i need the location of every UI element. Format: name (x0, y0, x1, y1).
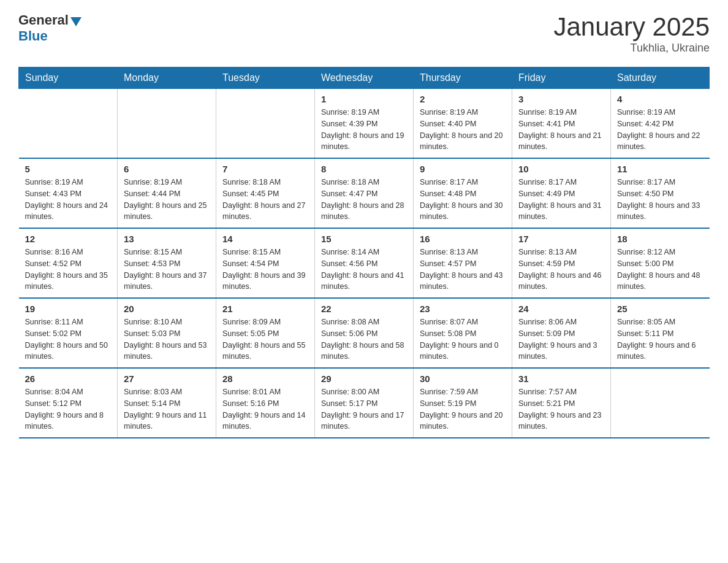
day-number: 16 (420, 234, 506, 244)
calendar-title: January 2025 (553, 12, 710, 42)
day-number: 13 (124, 234, 210, 244)
day-number: 25 (617, 304, 703, 314)
day-info: Sunrise: 8:05 AM Sunset: 5:11 PM Dayligh… (617, 316, 703, 362)
day-number: 1 (321, 94, 407, 104)
calendar-cell: 11Sunrise: 8:17 AM Sunset: 4:50 PM Dayli… (611, 158, 710, 228)
day-info: Sunrise: 8:04 AM Sunset: 5:12 PM Dayligh… (25, 386, 112, 432)
calendar-cell: 9Sunrise: 8:17 AM Sunset: 4:48 PM Daylig… (414, 158, 512, 228)
title-block: January 2025 Tukhlia, Ukraine (553, 12, 710, 55)
logo-triangle-icon (70, 17, 82, 26)
day-info: Sunrise: 8:09 AM Sunset: 5:05 PM Dayligh… (222, 316, 308, 362)
day-number: 26 (25, 373, 112, 384)
header-sunday: Sunday (19, 67, 118, 89)
day-info: Sunrise: 8:19 AM Sunset: 4:40 PM Dayligh… (420, 107, 506, 153)
day-info: Sunrise: 8:19 AM Sunset: 4:44 PM Dayligh… (124, 177, 210, 223)
calendar-cell: 24Sunrise: 8:06 AM Sunset: 5:09 PM Dayli… (512, 298, 611, 368)
day-number: 6 (124, 164, 210, 174)
calendar-cell: 13Sunrise: 8:15 AM Sunset: 4:53 PM Dayli… (118, 228, 216, 298)
calendar-cell (118, 89, 216, 159)
calendar-cell: 30Sunrise: 7:59 AM Sunset: 5:19 PM Dayli… (414, 368, 512, 438)
day-number: 7 (222, 164, 308, 174)
calendar-cell: 1Sunrise: 8:19 AM Sunset: 4:39 PM Daylig… (315, 89, 414, 159)
header-monday: Monday (118, 67, 216, 89)
calendar-cell: 4Sunrise: 8:19 AM Sunset: 4:42 PM Daylig… (611, 89, 710, 159)
day-info: Sunrise: 7:57 AM Sunset: 5:21 PM Dayligh… (518, 386, 604, 432)
day-number: 15 (321, 234, 407, 244)
day-info: Sunrise: 8:06 AM Sunset: 5:09 PM Dayligh… (518, 316, 604, 362)
day-number: 5 (25, 164, 112, 174)
calendar-header-row: SundayMondayTuesdayWednesdayThursdayFrid… (19, 67, 710, 89)
calendar-cell: 14Sunrise: 8:15 AM Sunset: 4:54 PM Dayli… (216, 228, 315, 298)
calendar-cell: 16Sunrise: 8:13 AM Sunset: 4:57 PM Dayli… (414, 228, 512, 298)
calendar-cell: 18Sunrise: 8:12 AM Sunset: 5:00 PM Dayli… (611, 228, 710, 298)
day-info: Sunrise: 8:16 AM Sunset: 4:52 PM Dayligh… (25, 247, 112, 293)
calendar-cell: 5Sunrise: 8:19 AM Sunset: 4:43 PM Daylig… (19, 158, 118, 228)
day-number: 8 (321, 164, 407, 174)
header-thursday: Thursday (414, 67, 512, 89)
day-number: 18 (617, 234, 703, 244)
day-number: 22 (321, 304, 407, 314)
day-info: Sunrise: 8:15 AM Sunset: 4:54 PM Dayligh… (222, 247, 308, 293)
day-info: Sunrise: 8:12 AM Sunset: 5:00 PM Dayligh… (617, 247, 703, 293)
week-row-3: 12Sunrise: 8:16 AM Sunset: 4:52 PM Dayli… (19, 228, 710, 298)
header-friday: Friday (512, 67, 611, 89)
calendar-cell: 23Sunrise: 8:07 AM Sunset: 5:08 PM Dayli… (414, 298, 512, 368)
day-info: Sunrise: 8:18 AM Sunset: 4:47 PM Dayligh… (321, 177, 407, 223)
calendar-cell: 10Sunrise: 8:17 AM Sunset: 4:49 PM Dayli… (512, 158, 611, 228)
calendar-cell: 19Sunrise: 8:11 AM Sunset: 5:02 PM Dayli… (19, 298, 118, 368)
day-info: Sunrise: 8:03 AM Sunset: 5:14 PM Dayligh… (124, 386, 210, 432)
calendar-cell: 21Sunrise: 8:09 AM Sunset: 5:05 PM Dayli… (216, 298, 315, 368)
day-info: Sunrise: 8:14 AM Sunset: 4:56 PM Dayligh… (321, 247, 407, 293)
day-info: Sunrise: 7:59 AM Sunset: 5:19 PM Dayligh… (420, 386, 506, 432)
calendar-cell: 6Sunrise: 8:19 AM Sunset: 4:44 PM Daylig… (118, 158, 216, 228)
day-info: Sunrise: 8:18 AM Sunset: 4:45 PM Dayligh… (222, 177, 308, 223)
day-number: 2 (420, 94, 506, 104)
calendar-cell: 26Sunrise: 8:04 AM Sunset: 5:12 PM Dayli… (19, 368, 118, 438)
calendar-cell: 15Sunrise: 8:14 AM Sunset: 4:56 PM Dayli… (315, 228, 414, 298)
day-number: 28 (222, 373, 308, 384)
calendar-cell: 28Sunrise: 8:01 AM Sunset: 5:16 PM Dayli… (216, 368, 315, 438)
day-number: 27 (124, 373, 210, 384)
day-number: 4 (617, 94, 703, 104)
day-number: 10 (518, 164, 604, 174)
day-info: Sunrise: 8:17 AM Sunset: 4:49 PM Dayligh… (518, 177, 604, 223)
header-saturday: Saturday (611, 67, 710, 89)
day-info: Sunrise: 8:07 AM Sunset: 5:08 PM Dayligh… (420, 316, 506, 362)
week-row-1: 1Sunrise: 8:19 AM Sunset: 4:39 PM Daylig… (19, 89, 710, 159)
calendar-cell: 31Sunrise: 7:57 AM Sunset: 5:21 PM Dayli… (512, 368, 611, 438)
calendar-cell (19, 89, 118, 159)
day-info: Sunrise: 8:08 AM Sunset: 5:06 PM Dayligh… (321, 316, 407, 362)
calendar-cell: 3Sunrise: 8:19 AM Sunset: 4:41 PM Daylig… (512, 89, 611, 159)
day-number: 9 (420, 164, 506, 174)
day-info: Sunrise: 8:17 AM Sunset: 4:50 PM Dayligh… (617, 177, 703, 223)
calendar-cell: 12Sunrise: 8:16 AM Sunset: 4:52 PM Dayli… (19, 228, 118, 298)
day-number: 11 (617, 164, 703, 174)
calendar-cell: 17Sunrise: 8:13 AM Sunset: 4:59 PM Dayli… (512, 228, 611, 298)
day-info: Sunrise: 8:00 AM Sunset: 5:17 PM Dayligh… (321, 386, 407, 432)
day-info: Sunrise: 8:11 AM Sunset: 5:02 PM Dayligh… (25, 316, 112, 362)
logo: General Blue (18, 12, 82, 44)
calendar-cell: 27Sunrise: 8:03 AM Sunset: 5:14 PM Dayli… (118, 368, 216, 438)
day-number: 24 (518, 304, 604, 314)
day-number: 17 (518, 234, 604, 244)
day-info: Sunrise: 8:13 AM Sunset: 4:57 PM Dayligh… (420, 247, 506, 293)
day-number: 3 (518, 94, 604, 104)
calendar-table: SundayMondayTuesdayWednesdayThursdayFrid… (18, 67, 710, 439)
week-row-5: 26Sunrise: 8:04 AM Sunset: 5:12 PM Dayli… (19, 368, 710, 438)
calendar-cell: 22Sunrise: 8:08 AM Sunset: 5:06 PM Dayli… (315, 298, 414, 368)
day-info: Sunrise: 8:19 AM Sunset: 4:39 PM Dayligh… (321, 107, 407, 153)
calendar-cell (611, 368, 710, 438)
calendar-cell: 8Sunrise: 8:18 AM Sunset: 4:47 PM Daylig… (315, 158, 414, 228)
day-number: 14 (222, 234, 308, 244)
week-row-2: 5Sunrise: 8:19 AM Sunset: 4:43 PM Daylig… (19, 158, 710, 228)
page-header: General Blue January 2025 Tukhlia, Ukrai… (18, 12, 710, 55)
calendar-cell: 7Sunrise: 8:18 AM Sunset: 4:45 PM Daylig… (216, 158, 315, 228)
day-info: Sunrise: 8:10 AM Sunset: 5:03 PM Dayligh… (124, 316, 210, 362)
day-number: 29 (321, 373, 407, 384)
logo-general: General (18, 12, 69, 28)
day-number: 30 (420, 373, 506, 384)
week-row-4: 19Sunrise: 8:11 AM Sunset: 5:02 PM Dayli… (19, 298, 710, 368)
day-number: 20 (124, 304, 210, 314)
day-info: Sunrise: 8:17 AM Sunset: 4:48 PM Dayligh… (420, 177, 506, 223)
day-info: Sunrise: 8:15 AM Sunset: 4:53 PM Dayligh… (124, 247, 210, 293)
